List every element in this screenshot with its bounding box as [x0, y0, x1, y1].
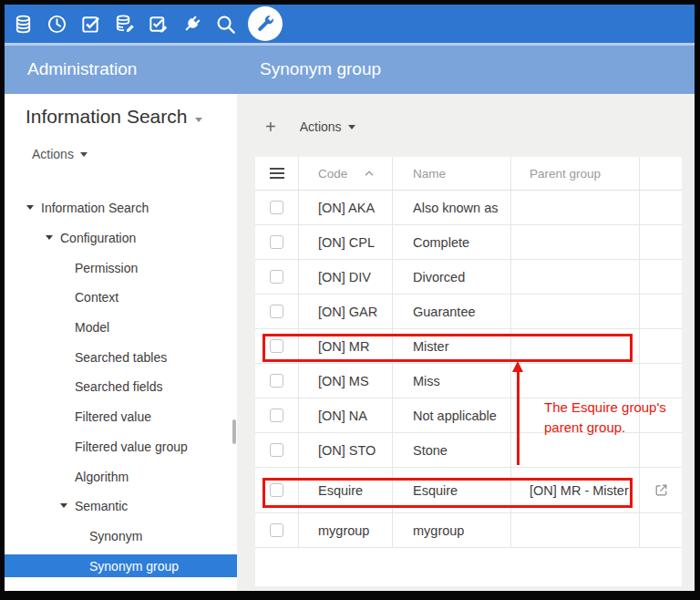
cell-parent-group: [ON] MR - Mister	[510, 468, 639, 512]
row-checkbox-cell	[255, 295, 298, 328]
database-icon-button[interactable]	[12, 13, 34, 35]
actions-button-label: Actions	[300, 119, 342, 134]
add-button[interactable]: +	[265, 118, 276, 136]
table-row[interactable]: EsquireEsquire[ON] MR - Mister	[255, 468, 682, 513]
row-actions-cell	[639, 260, 682, 294]
row-checkbox-cell	[255, 513, 298, 547]
tree-caret-down-icon[interactable]	[60, 503, 67, 508]
row-checkbox[interactable]	[270, 443, 283, 457]
sidebar-item-context[interactable]: Context	[5, 283, 237, 313]
row-checkbox-cell	[255, 398, 298, 432]
table-row[interactable]: [ON] MSMiss	[255, 364, 682, 398]
cell-code: Esquire	[298, 468, 392, 512]
sidebar-actions-label: Actions	[32, 147, 74, 161]
row-checkbox[interactable]	[270, 270, 283, 284]
sidebar-item-filtered-value[interactable]: Filtered value	[5, 402, 237, 432]
table-row[interactable]: mygroupmygroup	[255, 513, 682, 548]
wrench-icon-active-button[interactable]	[248, 6, 283, 41]
sidebar-item-filtered-value-group[interactable]: Filtered value group	[5, 432, 237, 462]
sidebar-item-configuration[interactable]: Configuration	[5, 223, 237, 253]
search-icon-button[interactable]	[214, 13, 236, 35]
clock-icon-button[interactable]	[46, 13, 67, 35]
table-row[interactable]: [ON] CPLComplete	[255, 225, 682, 260]
cell-code: mygroup	[298, 513, 392, 547]
cell-code: [ON] MS	[298, 364, 392, 398]
cell-name: mygroup	[392, 513, 510, 547]
menu-icon	[270, 168, 284, 179]
column-header-parent-group[interactable]: Parent group	[510, 157, 639, 190]
sidebar-item-algorithm[interactable]: Algorithm	[5, 461, 237, 491]
column-header-code[interactable]: Code	[298, 157, 392, 190]
column-header-name-label: Name	[413, 167, 446, 181]
row-checkbox[interactable]	[270, 235, 283, 249]
cell-parent-group	[510, 329, 639, 363]
tasks-edit-icon-button[interactable]	[147, 13, 169, 35]
tree-caret-down-icon[interactable]	[46, 235, 53, 240]
row-actions-cell	[639, 364, 682, 398]
sidebar-item-searched-fields[interactable]: Searched fields	[5, 372, 237, 402]
cell-code: [ON] NA	[298, 398, 392, 432]
cell-parent-group	[510, 260, 639, 294]
toolbar-icons	[12, 6, 283, 41]
row-checkbox[interactable]	[270, 523, 283, 537]
cell-name: Divorced	[392, 260, 510, 294]
column-header-name[interactable]: Name	[392, 157, 510, 190]
sidebar-item-model[interactable]: Model	[5, 313, 237, 343]
row-checkbox[interactable]	[270, 339, 283, 353]
row-actions-cell	[639, 225, 682, 259]
sidebar-item-synonym[interactable]: Synonym	[5, 522, 237, 552]
column-header-parent-group-label: Parent group	[530, 167, 601, 181]
sidebar-item-semantic[interactable]: Semantic	[5, 491, 237, 522]
tasks-icon-button[interactable]	[79, 13, 101, 35]
cell-code: [ON] GAR	[298, 295, 392, 328]
synonym-group-table: Code Name Parent group [ON] AKAAlso know…	[255, 157, 682, 586]
table-header: Code Name Parent group	[255, 157, 682, 191]
sidebar-title-caret-icon[interactable]	[195, 118, 202, 122]
table-row[interactable]: [ON] NANot applicable	[255, 398, 682, 433]
cell-parent-group	[510, 513, 639, 547]
sidebar-item-synonym-group[interactable]: Synonym group	[5, 551, 237, 581]
cell-name: Also known as	[392, 191, 510, 224]
row-checkbox[interactable]	[270, 374, 283, 388]
caret-down-icon	[80, 152, 88, 157]
tree-caret-down-icon[interactable]	[26, 205, 34, 210]
open-record-icon[interactable]	[654, 482, 669, 498]
table-row[interactable]: [ON] GARGuarantee	[255, 295, 682, 329]
table-row[interactable]: [ON] AKAAlso known as	[255, 191, 682, 225]
cell-name: Guarantee	[392, 295, 510, 328]
cell-name: Not applicable	[392, 398, 510, 432]
tree-item-label: Information Search	[41, 201, 149, 215]
tree-item-label: Model	[75, 320, 109, 335]
cell-name: Esquire	[392, 468, 510, 512]
nav-tree: Information SearchConfigurationPermissio…	[5, 193, 237, 581]
row-checkbox[interactable]	[270, 305, 283, 318]
tree-item-label: Semantic	[75, 499, 128, 513]
sidebar-item-permission[interactable]: Permission	[5, 253, 237, 283]
table-menu-button[interactable]	[255, 157, 298, 190]
row-checkbox[interactable]	[270, 409, 283, 422]
page-title: Synonym group	[260, 59, 381, 79]
grid-toolbar: + Actions	[255, 105, 355, 149]
database-edit-icon-button[interactable]	[113, 13, 135, 35]
row-checkbox[interactable]	[270, 201, 283, 214]
sidebar-scrollbar-thumb[interactable]	[232, 419, 236, 444]
sidebar-actions-button[interactable]: Actions	[32, 147, 88, 161]
sidebar-item-information-search[interactable]: Information Search	[5, 193, 237, 223]
cell-code: [ON] STO	[298, 433, 392, 467]
plug-icon-button[interactable]	[180, 13, 202, 35]
table-row[interactable]: [ON] MRMister	[255, 329, 682, 364]
row-checkbox-cell	[255, 329, 298, 363]
row-checkbox[interactable]	[270, 483, 283, 497]
sort-asc-icon	[364, 170, 375, 177]
actions-button[interactable]: Actions	[300, 119, 355, 134]
row-checkbox-cell	[255, 191, 298, 224]
sidebar-item-searched-tables[interactable]: Searched tables	[5, 342, 237, 372]
table-row[interactable]: [ON] STOStone	[255, 433, 682, 468]
top-toolbar	[5, 5, 695, 43]
row-actions-cell	[639, 433, 682, 467]
tree-item-label: Filtered value	[75, 409, 151, 424]
row-actions-cell	[639, 513, 682, 547]
table-row[interactable]: [ON] DIVDivorced	[255, 260, 682, 295]
row-actions-cell	[639, 295, 682, 328]
row-checkbox-cell	[255, 364, 298, 398]
